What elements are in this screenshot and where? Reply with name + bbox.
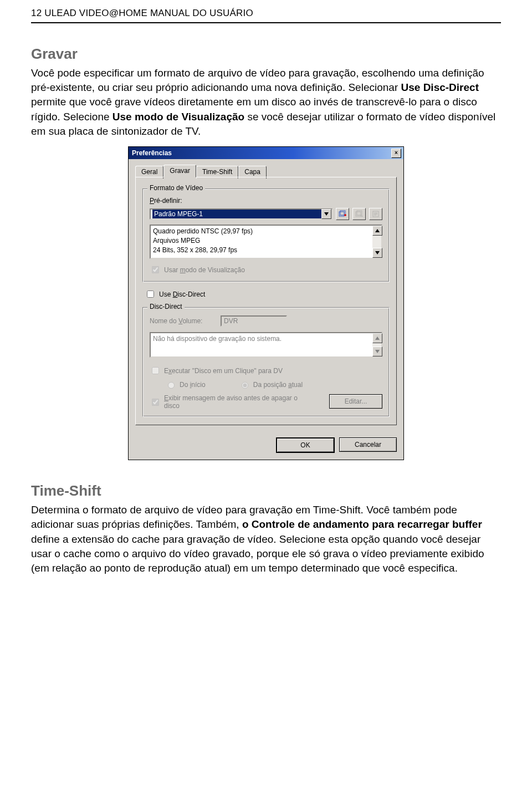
group-label-disc: Disc-Direct	[147, 303, 185, 310]
radio-from-start[interactable]: Do início	[165, 380, 206, 389]
tab-gravar[interactable]: Gravar	[163, 165, 196, 177]
chevron-down-icon[interactable]	[321, 209, 331, 219]
radio-input[interactable]	[168, 382, 175, 389]
label-rest: ré-definir:	[154, 197, 182, 205]
dialog-titlebar: Preferências ×	[129, 147, 403, 159]
predefine-combo[interactable]: Padrão MPEG-1	[150, 208, 332, 220]
checkbox-label: Executar "Disco em um Clique" para DV	[164, 367, 283, 375]
checkbox-view-mode[interactable]: Usar modo de Visualização	[150, 264, 382, 275]
group-disc-direct: Disc-Direct Nome do Volume: DVR Não há d…	[142, 307, 390, 417]
checkbox-warn-erase[interactable]: Exibir mensagem de aviso antes de apagar…	[150, 394, 318, 410]
volume-name-field[interactable]: DVR	[221, 315, 287, 327]
tab-panel-gravar: Formato de Vídeo Pré-definir: Padrão MPE…	[135, 177, 397, 425]
list-item: Quadro perdido NTSC (29,97 fps)	[153, 227, 370, 236]
predefine-selected: Padrão MPEG-1	[152, 210, 321, 218]
scrollbar[interactable]	[372, 226, 381, 258]
svg-rect-1	[340, 211, 345, 215]
volume-name-label: Nome do Volume:	[150, 317, 216, 325]
checkbox-input[interactable]	[152, 367, 159, 374]
radio-label: Da posição atual	[253, 381, 303, 389]
paragraph-timeshift: Determina o formato de arquivo de vídeo …	[31, 503, 501, 575]
running-header: 12 ULEAD VIDEO@HOME MANUAL DO USUÁRIO	[31, 0, 501, 21]
cancel-button[interactable]: Cancelar	[339, 437, 397, 452]
paragraph-gravar: Você pode especificar um formato de arqu…	[31, 66, 501, 139]
group-label-video: Formato de Vídeo	[147, 184, 205, 192]
preset-details-list: Quadro perdido NTSC (29,97 fps) Arquivos…	[150, 225, 382, 259]
svg-rect-3	[357, 211, 362, 215]
section-heading-gravar: Gravar	[31, 45, 501, 63]
svg-rect-2	[356, 212, 361, 216]
section-heading-timeshift: Time-Shift	[31, 482, 501, 500]
bold-text: o Controle de andamento para recarregar …	[242, 518, 482, 530]
checkbox-disc-direct[interactable]: Use Disc-Direct	[145, 289, 390, 299]
edit-preset-button[interactable]	[369, 208, 382, 220]
checkbox-input[interactable]	[152, 266, 159, 273]
preset-details-lines: Quadro perdido NTSC (29,97 fps) Arquivos…	[151, 226, 372, 258]
bold-text: Use Disc-Direct	[401, 81, 479, 93]
radio-input[interactable]	[242, 382, 248, 389]
list-item: Arquivos MPEG	[153, 236, 370, 246]
list-item: 24 Bits, 352 x 288, 29,97 fps	[153, 246, 370, 255]
group-video-format: Formato de Vídeo Pré-definir: Padrão MPE…	[142, 188, 390, 282]
scroll-up-icon[interactable]	[372, 226, 382, 236]
checkbox-label: Use Disc-Direct	[159, 291, 205, 298]
scrollbar[interactable]	[372, 333, 381, 356]
device-msg: Não há dispositivo de gravação no sistem…	[151, 333, 372, 356]
preferences-dialog: Preferências × Geral Gravar Time-Shift C…	[128, 146, 404, 460]
scroll-down-icon[interactable]	[372, 248, 382, 258]
edit-button[interactable]: Editar...	[329, 394, 382, 409]
tab-strip: Geral Gravar Time-Shift Capa	[135, 165, 397, 177]
svg-rect-0	[339, 212, 344, 216]
checkbox-label: Exibir mensagem de aviso antes de apagar…	[164, 394, 298, 410]
scroll-down-icon[interactable]	[372, 346, 382, 356]
add-preset-button[interactable]	[336, 208, 349, 220]
text: deﬁne a extensão do cache para gravação …	[31, 533, 484, 574]
divider	[31, 22, 501, 23]
checkbox-exec-oneclick[interactable]: Executar "Disco em um Clique" para DV	[150, 365, 382, 376]
radio-from-current[interactable]: Da posição atual	[239, 380, 303, 389]
bold-text: Use modo de Visualização	[112, 111, 248, 123]
scroll-up-icon[interactable]	[372, 333, 382, 343]
predefine-label: Pré-definir:	[150, 197, 382, 205]
dialog-footer: OK Cancelar	[129, 432, 403, 460]
ok-button[interactable]: OK	[276, 437, 335, 453]
checkbox-input[interactable]	[147, 291, 154, 298]
close-button[interactable]: ×	[391, 149, 401, 158]
checkbox-input[interactable]	[152, 399, 159, 406]
remove-preset-button[interactable]	[352, 208, 366, 220]
underline-char: P	[150, 197, 154, 205]
radio-label: Do início	[180, 381, 206, 389]
device-list: Não há dispositivo de gravação no sistem…	[150, 332, 382, 358]
dialog-title: Preferências	[132, 149, 172, 157]
checkbox-label: Usar modo de Visualização	[164, 266, 245, 274]
